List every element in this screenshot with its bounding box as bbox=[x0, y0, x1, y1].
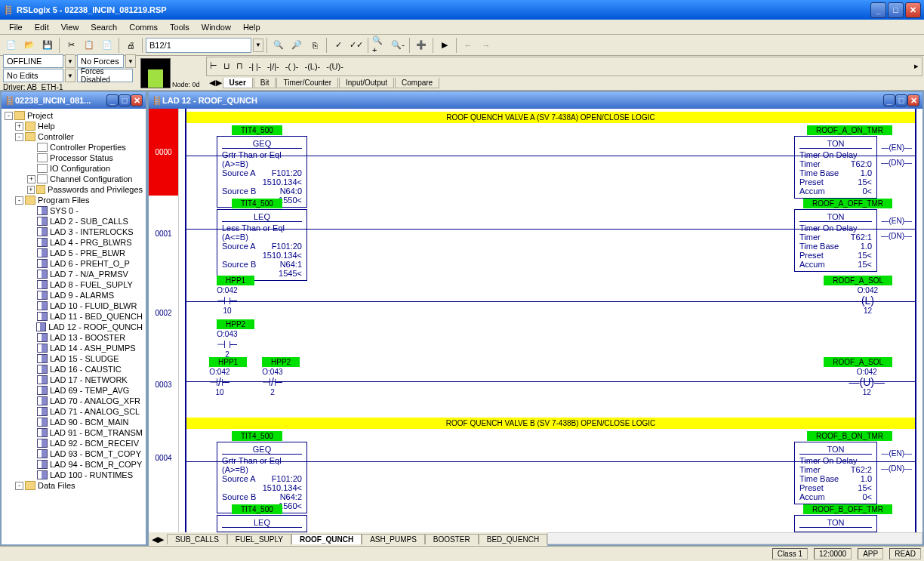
address-dropdown[interactable]: ▼ bbox=[253, 39, 263, 52]
tree-item[interactable]: LAD 5 - PRE_BLWR bbox=[3, 248, 144, 258]
branch-down-icon[interactable]: ⊓ bbox=[236, 61, 243, 71]
instr-tab-io[interactable]: Input/Output bbox=[339, 78, 394, 88]
instr-tab-bit[interactable]: Bit bbox=[254, 78, 276, 88]
tree-item[interactable]: LAD 4 - PRG_BLWRS bbox=[3, 237, 144, 248]
tree-item[interactable]: LAD 13 - BOOSTER bbox=[3, 332, 144, 343]
rung-number[interactable]: 0000 bbox=[149, 109, 179, 196]
tree-item[interactable]: +Help bbox=[3, 121, 144, 131]
tree-item[interactable]: LAD 100 - RUNTIMES bbox=[3, 470, 144, 480]
menu-view[interactable]: View bbox=[55, 21, 85, 33]
tree-item[interactable]: LAD 90 - BCM_MAIN bbox=[3, 417, 144, 427]
paste-button[interactable]: 📄 bbox=[99, 37, 116, 54]
tree-item[interactable]: +Channel Configuration bbox=[3, 174, 144, 184]
project-tree[interactable]: - Project +Help-ControllerController Pro… bbox=[2, 109, 146, 544]
zoom-out-button[interactable]: 🔍- bbox=[390, 37, 406, 54]
menu-window[interactable]: Window bbox=[196, 21, 237, 33]
tree-item[interactable]: LAD 14 - ASH_PUMPS bbox=[3, 343, 144, 353]
tree-root[interactable]: - Project bbox=[3, 110, 144, 121]
online-dropdown[interactable]: ▼ bbox=[65, 54, 75, 68]
rung-icon[interactable]: ⊢ bbox=[210, 61, 217, 71]
tree-item[interactable]: LAD 12 - ROOF_QUNCH bbox=[3, 322, 144, 332]
tree-item[interactable]: LAD 17 - NETWORK bbox=[3, 375, 144, 385]
rung-number[interactable]: 0002 bbox=[149, 271, 179, 354]
menu-tools[interactable]: Tools bbox=[164, 21, 196, 33]
rung[interactable]: 0000ROOF QUENCH VALVE A (SV 7-438A) OPEN… bbox=[149, 109, 922, 196]
xic-icon[interactable]: -| |- bbox=[249, 62, 261, 71]
tree-item[interactable]: LAD 11 - BED_QUENCH bbox=[3, 311, 144, 322]
edits-dropdown[interactable]: ▼ bbox=[65, 69, 75, 82]
tree-item[interactable]: LAD 3 - INTERLOCKS bbox=[3, 227, 144, 237]
rung-number[interactable] bbox=[149, 501, 179, 532]
instr-tab-right[interactable]: ▶ bbox=[216, 78, 222, 88]
otl-icon[interactable]: -(L)- bbox=[304, 62, 320, 71]
compare-instruction[interactable]: LEQ bbox=[217, 515, 307, 532]
instr-tab-timer[interactable]: Timer/Counter bbox=[276, 78, 338, 88]
new-button[interactable]: 📄 bbox=[3, 37, 20, 54]
tree-item[interactable]: Controller Properties bbox=[3, 142, 144, 153]
menu-search[interactable]: Search bbox=[85, 21, 123, 33]
close-button[interactable]: ✕ bbox=[905, 2, 921, 18]
ladder-minimize[interactable]: _ bbox=[883, 94, 895, 106]
timer-instruction[interactable]: TONTimer On DelayTimerT62:2Time Base1.0P… bbox=[794, 442, 877, 504]
tree-item[interactable]: LAD 70 - ANALOG_XFR bbox=[3, 396, 144, 406]
tree-item[interactable]: LAD 2 - SUB_CALLS bbox=[3, 216, 144, 227]
address-input[interactable] bbox=[146, 38, 251, 53]
rung[interactable]: TIT4_500ROOF_B_OFF_TMRLEQTON bbox=[149, 501, 922, 532]
tree-item[interactable]: LAD 6 - PREHT_O_P bbox=[3, 258, 144, 269]
file-tab[interactable]: ROOF_QUNCH bbox=[291, 534, 362, 544]
timer-instruction[interactable]: TON bbox=[794, 515, 877, 532]
copy-button[interactable]: 📋 bbox=[81, 37, 97, 54]
cut-button[interactable]: ✂ bbox=[63, 37, 79, 54]
instr-tab-compare[interactable]: Compare bbox=[395, 78, 439, 88]
palette-expand-button[interactable]: ▸ bbox=[914, 61, 919, 71]
tree-item[interactable]: Processor Status bbox=[3, 153, 144, 163]
compare-instruction[interactable]: LEQLess Than or Eql (A<=B)Source AF101:2… bbox=[217, 209, 307, 281]
timer-instruction[interactable]: TONTimer On DelayTimerT62:0Time Base1.0P… bbox=[794, 136, 877, 199]
tree-item[interactable]: -Data Files bbox=[3, 480, 144, 491]
find-button[interactable]: 🔍 bbox=[270, 37, 287, 54]
ladder-hscroll[interactable]: ◀▶SUB_CALLSFUEL_SUPLYROOF_QUNCHASH_PUMPS… bbox=[149, 532, 922, 544]
file-tab[interactable]: BED_QUENCH bbox=[479, 534, 547, 544]
forces-dropdown[interactable]: ▼ bbox=[125, 54, 136, 68]
menu-help[interactable]: Help bbox=[237, 21, 266, 33]
rung[interactable]: 0004ROOF QUENCH VALVE B (SV 7-438B) OPEN… bbox=[149, 415, 922, 501]
instr-tab-user[interactable]: User bbox=[223, 78, 253, 88]
ote-icon[interactable]: -( )- bbox=[285, 62, 299, 71]
print-button[interactable]: 🖨 bbox=[122, 37, 139, 54]
pane-close[interactable]: ✕ bbox=[131, 94, 143, 106]
tree-item[interactable]: LAD 94 - BCM_R_COPY bbox=[3, 459, 144, 470]
new-rung-button[interactable]: ➕ bbox=[413, 37, 430, 54]
minimize-button[interactable]: _ bbox=[870, 2, 886, 18]
tree-item[interactable]: LAD 15 - SLUDGE bbox=[3, 353, 144, 364]
ladder-maximize[interactable]: □ bbox=[895, 94, 907, 106]
tree-item[interactable]: LAD 8 - FUEL_SUPLY bbox=[3, 279, 144, 290]
ladder-close[interactable]: ✕ bbox=[907, 94, 919, 106]
tree-item[interactable]: +Passwords and Privileges bbox=[3, 184, 144, 195]
file-tab[interactable]: SUB_CALLS bbox=[167, 534, 227, 544]
output-coil[interactable]: O:042—(U)—12 bbox=[849, 368, 885, 396]
file-tab[interactable]: ASH_PUMPS bbox=[362, 534, 425, 544]
forward-button[interactable]: → bbox=[478, 37, 494, 54]
tree-item[interactable]: LAD 92 - BCM_RECEIV bbox=[3, 438, 144, 448]
tree-item[interactable]: LAD 93 - BCM_T_COPY bbox=[3, 448, 144, 459]
back-button[interactable]: ← bbox=[460, 37, 476, 54]
tree-item[interactable]: LAD 7 - N/A_PRMSV bbox=[3, 269, 144, 279]
contact[interactable]: O:042⊣/⊢10 bbox=[209, 368, 230, 396]
verify-button[interactable]: ✓ bbox=[330, 37, 346, 54]
rung-number[interactable]: 0001 bbox=[149, 196, 179, 271]
open-button[interactable]: 📂 bbox=[21, 37, 38, 54]
branch-icon[interactable]: ⊔ bbox=[223, 61, 230, 71]
menu-file[interactable]: File bbox=[3, 21, 29, 33]
menu-edit[interactable]: Edit bbox=[29, 21, 55, 33]
rung-number[interactable]: 0004 bbox=[149, 415, 179, 501]
tree-item[interactable]: LAD 9 - ALARMS bbox=[3, 290, 144, 301]
rung-number[interactable]: 0003 bbox=[149, 354, 179, 415]
tree-item[interactable]: LAD 69 - TEMP_AVG bbox=[3, 385, 144, 396]
tree-item[interactable]: LAD 16 - CAUSTIC bbox=[3, 364, 144, 375]
tree-item[interactable]: LAD 91 - BCM_TRANSM bbox=[3, 427, 144, 438]
goto-button[interactable]: ⎘ bbox=[306, 37, 323, 54]
rung[interactable]: 0001TIT4_500ROOF_A_OFF_TMRLEQLess Than o… bbox=[149, 196, 922, 271]
menu-comms[interactable]: Comms bbox=[123, 21, 164, 33]
pane-minimize[interactable]: _ bbox=[106, 94, 119, 106]
rung[interactable]: 0003HPP1O:042⊣/⊢10HPP2O:043⊣/⊢2ROOF_A_SO… bbox=[149, 354, 922, 415]
